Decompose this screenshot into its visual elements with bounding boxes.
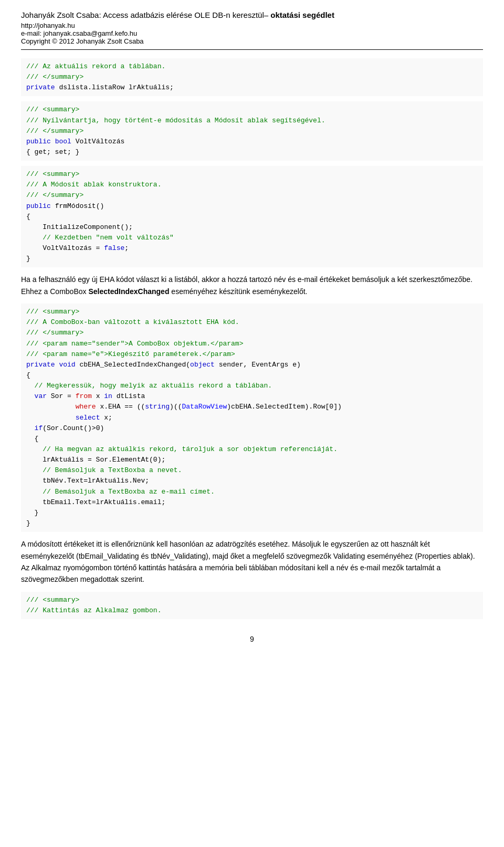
page-number: 9 [21, 635, 483, 643]
code-line: select x; [26, 413, 478, 423]
code-block-4: /// <summary> /// A ComboBox-ban változo… [21, 304, 483, 532]
header-url: http://johanyak.hu [21, 22, 75, 29]
code-line: where x.EHA == ((string)((DataRowView)cb… [26, 402, 478, 412]
code-line: private dslista.listaRow lrAktuális; [26, 82, 478, 93]
code-line: /// <summary> [26, 307, 478, 317]
code-line: if(Sor.Count()>0) [26, 423, 478, 434]
code-line: public frmMódosít() [26, 201, 478, 212]
code-line: /// </summary> [26, 126, 478, 137]
page-header: Johanyák Zsolt Csaba: Access adatbázis e… [21, 11, 483, 50]
code-line: /// A ComboBox-ban változott a kiválaszt… [26, 317, 478, 328]
code-line: /// <summary> [26, 169, 478, 180]
code-line: /// </summary> [26, 72, 478, 82]
code-line: var Sor = from x in dtLista [26, 391, 478, 402]
code-line: lrAktuális = Sor.ElementAt(0); [26, 455, 478, 465]
header-title-plain: Johanyák Zsolt Csaba: Access adatbázis e… [21, 11, 268, 19]
code-block-1: /// Az aktuális rekord a táblában. /// <… [21, 58, 483, 96]
header-email-label: e-mail: johanyak.csaba@gamf.kefo.hu [21, 29, 137, 37]
code-line: // Megkeressük, hogy melyik az aktuális … [26, 381, 478, 391]
header-title-bold: oktatási segédlet [268, 11, 334, 19]
code-line: } [26, 254, 478, 264]
header-copyright: Copyright © 2012 Johanyák Zsolt Csaba [21, 37, 144, 45]
prose-paragraph-2: A módosított értékeket itt is ellenőrizn… [21, 538, 483, 585]
code-line: { [26, 212, 478, 222]
code-line: /// <summary> [26, 104, 478, 115]
code-line: // Ha megvan az aktuálkis rekord, tárolj… [26, 444, 478, 455]
code-line: } [26, 508, 478, 518]
code-line: { get; set; } [26, 147, 478, 158]
code-line: // Bemásoljuk a TextBoxba a nevet. [26, 465, 478, 476]
code-line: public bool VoltVáltozás [26, 137, 478, 147]
code-line: /// </summary> [26, 190, 478, 201]
code-line: /// <summary> [26, 595, 478, 605]
code-line: tbNév.Text=lrAktuális.Nev; [26, 476, 478, 486]
prose-paragraph-1: Ha a felhasználó egy új EHA kódot válasz… [21, 274, 483, 297]
code-line: /// <param name="sender">A ComboBox obje… [26, 339, 478, 349]
code-line: /// Nyílvántartja, hogy történt-e módosí… [26, 116, 478, 126]
code-line: // Bemásoljuk a TextBoxba az e-mail címe… [26, 487, 478, 497]
code-line: private void cbEHA_SelectedIndexChanged(… [26, 360, 478, 370]
main-content: /// Az aktuális rekord a táblában. /// <… [21, 58, 483, 619]
code-block-5: /// <summary> /// Kattintás az Alkalmaz … [21, 592, 483, 619]
code-line: // Kezdetben "nem volt változás" [26, 233, 478, 243]
code-line: { [26, 434, 478, 444]
code-line: /// </summary> [26, 328, 478, 338]
code-line: /// <param name="e">Kiegészítő paraméter… [26, 349, 478, 360]
code-line: /// Az aktuális rekord a táblában. [26, 61, 478, 72]
header-title: Johanyák Zsolt Csaba: Access adatbázis e… [21, 11, 483, 19]
code-line: tbEmail.Text=lrAktuális.email; [26, 497, 478, 508]
code-line: /// Kattintás az Alkalmaz gombon. [26, 605, 478, 616]
code-line: } [26, 518, 478, 529]
code-line: VoltVáltozás = false; [26, 243, 478, 254]
code-line: /// A Módosít ablak konstruktora. [26, 180, 478, 190]
code-block-3: /// <summary> /// A Módosít ablak konstr… [21, 166, 483, 267]
code-line: InitializeComponent(); [26, 222, 478, 233]
header-links: http://johanyak.hu e-mail: johanyak.csab… [21, 22, 483, 45]
code-block-2: /// <summary> /// Nyílvántartja, hogy tö… [21, 101, 483, 161]
code-line: { [26, 370, 478, 381]
